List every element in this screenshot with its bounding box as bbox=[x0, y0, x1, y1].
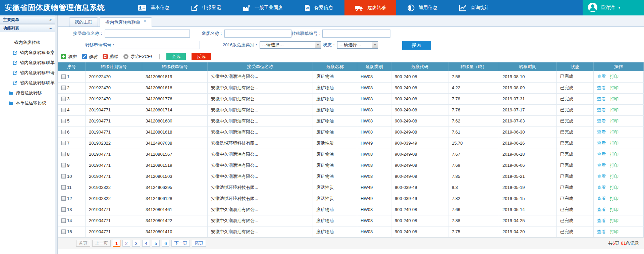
search-button[interactable]: 搜索 bbox=[402, 41, 431, 50]
collapse-minus-icon[interactable]: − bbox=[49, 26, 52, 31]
row-checkbox[interactable] bbox=[61, 108, 66, 112]
page-button-2[interactable]: 2 bbox=[122, 240, 130, 247]
main-menu-header[interactable]: 主要菜单 « bbox=[0, 16, 55, 24]
function-list-header[interactable]: 功能列表 − bbox=[0, 24, 55, 32]
last-page-button[interactable]: 尾页 bbox=[192, 240, 206, 247]
waste-name-input[interactable] bbox=[224, 30, 291, 38]
invert-select-button[interactable]: 反选 bbox=[192, 53, 211, 60]
row-checkbox[interactable] bbox=[61, 218, 66, 223]
row-checkbox[interactable] bbox=[61, 207, 66, 212]
view-link[interactable]: 查看 bbox=[597, 163, 606, 168]
sidebar-item-in-province-transfer-manifest[interactable]: 省内危废转移联单 bbox=[0, 58, 55, 68]
nav-item-query-statistics[interactable]: 查询统计 bbox=[449, 0, 499, 15]
page-button-4[interactable]: 4 bbox=[142, 240, 150, 247]
view-link[interactable]: 查看 bbox=[597, 207, 606, 212]
view-link[interactable]: 查看 bbox=[597, 218, 606, 223]
cell-waste-code: 900-249-08 bbox=[391, 71, 448, 82]
page-button-3[interactable]: 3 bbox=[132, 240, 140, 247]
row-checkbox[interactable] bbox=[61, 185, 66, 190]
prev-page-button[interactable]: 上一页 bbox=[92, 240, 111, 247]
sidebar-item-in-province-transfer-record[interactable]: 省内危废转移备案 bbox=[0, 48, 55, 58]
first-page-button[interactable]: 首页 bbox=[76, 240, 90, 247]
nav-item-declare-register[interactable]: 申报登记 bbox=[181, 0, 231, 15]
row-checkbox[interactable] bbox=[61, 119, 66, 123]
sidebar-item-cross-province-transfer[interactable]: 跨省危废转移 bbox=[0, 88, 55, 98]
external-link-icon bbox=[13, 51, 17, 55]
print-link[interactable]: 打印 bbox=[610, 163, 619, 168]
row-checkbox[interactable] bbox=[61, 86, 66, 90]
export-excel-button[interactable]: 导出EXCEL bbox=[123, 54, 153, 60]
cell-waste-name: 废矿物油 bbox=[313, 149, 357, 160]
view-link[interactable]: 查看 bbox=[597, 74, 606, 79]
manifest-no-input[interactable] bbox=[322, 30, 390, 38]
row-checkbox[interactable] bbox=[61, 152, 66, 156]
print-link[interactable]: 打印 bbox=[610, 85, 619, 90]
cell-plan-no: 201904771 bbox=[86, 115, 142, 126]
view-link[interactable]: 查看 bbox=[597, 185, 606, 190]
menu-group-in-province-transfer[interactable]: 省内危废转移 bbox=[0, 38, 55, 48]
print-link[interactable]: 打印 bbox=[610, 118, 619, 123]
next-page-button[interactable]: 下一页 bbox=[171, 240, 190, 247]
view-link[interactable]: 查看 bbox=[597, 96, 606, 101]
apply-no-input[interactable] bbox=[117, 41, 200, 49]
page-button-6[interactable]: 6 bbox=[162, 240, 169, 247]
view-link[interactable]: 查看 bbox=[597, 196, 606, 201]
add-button[interactable]: 添加 bbox=[61, 54, 76, 60]
sidebar-item-in-province-transfer-manifest-return[interactable]: 省内危废转移联单退 bbox=[0, 78, 55, 88]
waste-category-select[interactable]: ---请选择---▼ bbox=[260, 41, 321, 49]
row-checkbox[interactable] bbox=[61, 74, 66, 79]
nav-item-basic-info[interactable]: 基本信息 bbox=[128, 0, 179, 15]
row-checkbox[interactable] bbox=[61, 97, 66, 101]
view-link[interactable]: 查看 bbox=[597, 107, 606, 112]
print-link[interactable]: 打印 bbox=[610, 196, 619, 201]
row-checkbox[interactable] bbox=[61, 230, 66, 234]
view-link[interactable]: 查看 bbox=[597, 152, 606, 157]
nav-item-hazardous-waste-transfer[interactable]: 危废转移 bbox=[344, 0, 396, 15]
delete-button[interactable]: 删除 bbox=[103, 54, 118, 60]
status-select[interactable]: ---请选择---▼ bbox=[337, 41, 378, 49]
page-button-1[interactable]: 1 bbox=[113, 240, 120, 247]
modify-icon bbox=[82, 54, 87, 59]
print-link[interactable]: 打印 bbox=[610, 185, 619, 190]
print-link[interactable]: 打印 bbox=[610, 152, 619, 157]
select-all-button[interactable]: 全选 bbox=[166, 53, 186, 60]
print-link[interactable]: 打印 bbox=[610, 96, 619, 101]
row-checkbox[interactable] bbox=[61, 196, 66, 201]
row-checkbox[interactable] bbox=[61, 130, 66, 134]
modify-button[interactable]: 修改 bbox=[82, 54, 97, 60]
status-badge: 已完成 bbox=[557, 82, 594, 93]
cell-amount: 15.78 bbox=[448, 138, 499, 149]
print-link[interactable]: 打印 bbox=[610, 229, 619, 234]
view-link[interactable]: 查看 bbox=[597, 130, 606, 135]
nav-item-general-industrial-waste[interactable]: 一般工业固废 bbox=[232, 0, 293, 15]
print-link[interactable]: 打印 bbox=[610, 207, 619, 212]
view-link[interactable]: 查看 bbox=[597, 174, 606, 179]
print-link[interactable]: 打印 bbox=[610, 130, 619, 135]
print-link[interactable]: 打印 bbox=[610, 218, 619, 223]
print-link[interactable]: 打印 bbox=[610, 107, 619, 112]
nav-item-general-info[interactable]: 通用信息 bbox=[397, 0, 447, 15]
sidebar-item-in-province-transfer-apply[interactable]: 省内危废转移申请(已 bbox=[0, 68, 55, 78]
tab-my-home[interactable]: 我的主页 bbox=[69, 17, 98, 27]
nav-item-record-info[interactable]: W 备案信息 bbox=[294, 0, 343, 15]
cell-waste-category: HW08 bbox=[357, 115, 391, 126]
row-checkbox[interactable] bbox=[61, 163, 66, 167]
collapse-left-icon[interactable]: « bbox=[49, 18, 52, 22]
print-link[interactable]: 打印 bbox=[610, 141, 619, 146]
print-link[interactable]: 打印 bbox=[610, 74, 619, 79]
view-link[interactable]: 查看 bbox=[597, 141, 606, 146]
row-checkbox[interactable] bbox=[61, 174, 66, 179]
close-icon[interactable]: × bbox=[144, 19, 146, 23]
view-link[interactable]: 查看 bbox=[597, 85, 606, 90]
receiver-name-input[interactable] bbox=[105, 30, 190, 38]
tab-in-province-transfer-manifest[interactable]: 省内危废转移联单 × bbox=[100, 17, 152, 27]
user-menu[interactable]: 董洋洋 ▼ bbox=[583, 0, 644, 15]
cell-waste-category: HW08 bbox=[357, 149, 391, 160]
row-checkbox[interactable] bbox=[61, 141, 66, 145]
page-button-5[interactable]: 5 bbox=[152, 240, 160, 247]
print-link[interactable]: 打印 bbox=[610, 174, 619, 179]
view-link[interactable]: 查看 bbox=[597, 229, 606, 234]
view-link[interactable]: 查看 bbox=[597, 118, 606, 123]
folder-icon bbox=[8, 101, 13, 105]
sidebar-item-unit-transport-agreement[interactable]: 本单位运输协议 bbox=[0, 98, 55, 108]
